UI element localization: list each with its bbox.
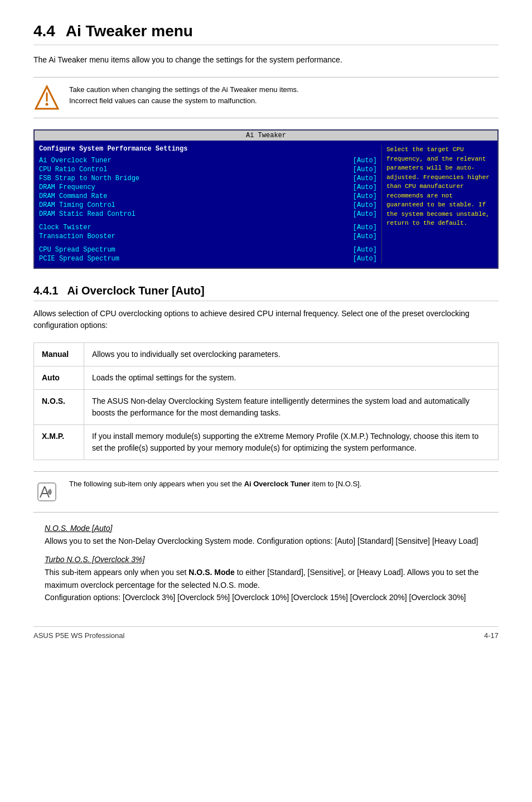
bios-item-value: [Auto] — [353, 246, 377, 254]
option-desc: The ASUS Non-delay Overclocking System f… — [84, 390, 499, 425]
bios-item-name: CPU Ratio Control — [39, 166, 107, 173]
bios-item-value: [Auto] — [353, 233, 377, 240]
bios-item-name: DRAM Command Rate — [39, 192, 107, 200]
bios-left-panel: Configure System Performance Settings Ai… — [39, 145, 377, 263]
bios-item-name: Transaction Booster — [39, 233, 115, 240]
bios-item-value: [Auto] — [353, 192, 377, 200]
option-label: N.O.S. — [34, 390, 84, 425]
bios-items-group2: Clock Twister[Auto]Transaction Booster[A… — [39, 223, 377, 241]
sub-items-section: N.O.S. Mode [Auto] Allows you to set the… — [33, 524, 499, 604]
option-desc: Allows you to individually set overclock… — [84, 343, 499, 366]
bios-item-name: PCIE Spread Spectrum — [39, 255, 119, 263]
table-row: N.O.S.The ASUS Non-delay Overclocking Sy… — [34, 390, 499, 425]
sub-item-title-1: N.O.S. Mode [Auto] — [45, 524, 499, 533]
sub-item-body-2: This sub-item appears only when you set … — [45, 566, 499, 603]
note-box: The following sub-item only appears when… — [33, 471, 499, 513]
bios-item-name: FSB Strap to North Bridge — [39, 175, 139, 182]
option-label: Manual — [34, 343, 84, 366]
sub-item-title-2: Turbo N.O.S. [Overclock 3%] — [45, 555, 499, 564]
intro-paragraph: The Ai Tweaker menu items allow you to c… — [33, 54, 499, 66]
bios-item: CPU Ratio Control[Auto] — [39, 165, 377, 174]
bios-item-value: [Auto] — [353, 175, 377, 182]
svg-point-1 — [46, 103, 49, 106]
note-text-content: The following sub-item only appears when… — [69, 479, 361, 490]
bios-right-panel: Select the target CPU frequency, and the… — [381, 145, 493, 263]
bios-item-name: DRAM Frequency — [39, 183, 95, 191]
bios-item: FSB Strap to North Bridge[Auto] — [39, 174, 377, 183]
subsection-num: 4.4.1 — [33, 284, 58, 297]
sub-item-body-1: Allows you to set the Non-Delay Overcloc… — [45, 535, 499, 547]
options-table: ManualAllows you to individually set ove… — [33, 342, 499, 460]
bios-item: DRAM Frequency[Auto] — [39, 183, 377, 192]
bios-item: Clock Twister[Auto] — [39, 223, 377, 232]
bios-item-name: DRAM Timing Control — [39, 201, 115, 209]
bios-title-bar: Ai Tweaker — [35, 131, 497, 141]
sub-item-nos-mode: N.O.S. Mode [Auto] Allows you to set the… — [45, 524, 499, 547]
bios-item-value: [Auto] — [353, 224, 377, 231]
subsection-title: 4.4.1 Ai Overclock Tuner [Auto] — [33, 284, 499, 301]
option-desc: Loads the optimal settings for the syste… — [84, 366, 499, 390]
note-icon — [33, 479, 60, 505]
bios-item-value: [Auto] — [353, 166, 377, 173]
bios-items-group1: Ai Overclock Tuner[Auto]CPU Ratio Contro… — [39, 156, 377, 219]
section-number: 4.4 — [33, 22, 55, 40]
svg-line-4 — [40, 486, 45, 497]
warning-text: Take caution when changing the settings … — [69, 84, 299, 106]
footer-left: ASUS P5E WS Professional — [33, 631, 124, 640]
option-label: X.M.P. — [34, 425, 84, 460]
bios-section-header: Configure System Performance Settings — [39, 145, 377, 153]
warning-box: Take caution when changing the settings … — [33, 77, 499, 118]
bios-item-name: Ai Overclock Tuner — [39, 157, 112, 165]
bios-item-value: [Auto] — [353, 183, 377, 191]
warning-icon — [33, 84, 60, 111]
subsection-name: Ai Overclock Tuner [Auto] — [67, 284, 204, 297]
bios-item: CPU Spread Spectrum[Auto] — [39, 245, 377, 254]
bios-item: PCIE Spread Spectrum[Auto] — [39, 254, 377, 263]
section-title: 4.4 Ai Tweaker menu — [33, 22, 499, 45]
bios-item: DRAM Command Rate[Auto] — [39, 192, 377, 201]
table-row: AutoLoads the optimal settings for the s… — [34, 366, 499, 390]
bios-item-value: [Auto] — [353, 157, 377, 165]
bios-item: DRAM Static Read Control[Auto] — [39, 210, 377, 219]
bios-item-value: [Auto] — [353, 210, 377, 218]
option-desc: If you install memory module(s) supporti… — [84, 425, 499, 460]
bios-item-name: Clock Twister — [39, 224, 91, 231]
table-row: X.M.P.If you install memory module(s) su… — [34, 425, 499, 460]
bios-item-value: [Auto] — [353, 201, 377, 209]
page-footer: ASUS P5E WS Professional 4-17 — [33, 626, 499, 640]
bios-item-name: DRAM Static Read Control — [39, 210, 136, 218]
bios-item-value: [Auto] — [353, 255, 377, 263]
options-table-body: ManualAllows you to individually set ove… — [34, 343, 499, 460]
bios-items-group3: CPU Spread Spectrum[Auto]PCIE Spread Spe… — [39, 245, 377, 263]
bios-item: Transaction Booster[Auto] — [39, 232, 377, 241]
bios-screenshot: Ai Tweaker Configure System Performance … — [33, 129, 499, 269]
bios-item: DRAM Timing Control[Auto] — [39, 201, 377, 210]
bios-item-name: CPU Spread Spectrum — [39, 246, 115, 254]
sub-item-turbo-nos: Turbo N.O.S. [Overclock 3%] This sub-ite… — [45, 555, 499, 603]
subsection-intro: Allows selection of CPU overclocking opt… — [33, 308, 499, 331]
table-row: ManualAllows you to individually set ove… — [34, 343, 499, 366]
section-name: Ai Tweaker menu — [66, 22, 193, 40]
option-label: Auto — [34, 366, 84, 390]
bios-item: Ai Overclock Tuner[Auto] — [39, 156, 377, 165]
footer-right: 4-17 — [484, 631, 499, 640]
